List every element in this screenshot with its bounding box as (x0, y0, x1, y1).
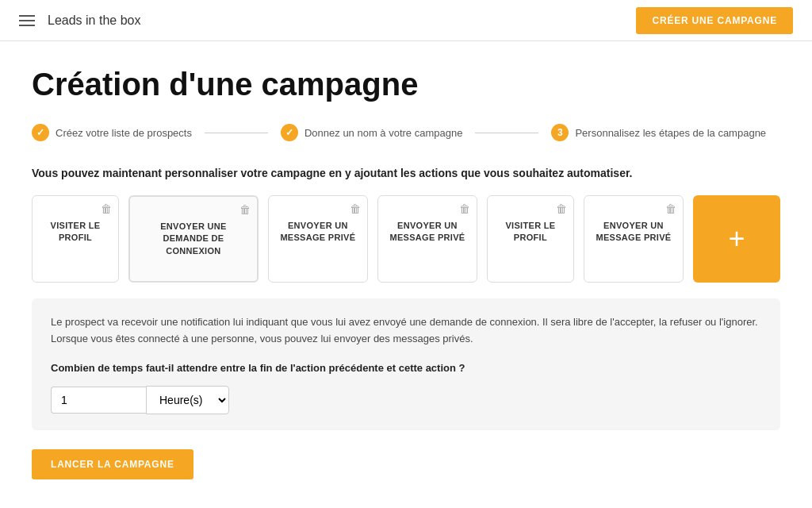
trash-icon-3[interactable]: 🗑 (350, 202, 361, 215)
time-number-input[interactable] (51, 387, 146, 414)
step-2-label: Donnez un nom à votre campagne (304, 127, 462, 139)
step-card-4[interactable]: 🗑 ENVOYER UN MESSAGE PRIVÉ (377, 195, 477, 283)
page-title: Création d'une campagne (32, 67, 780, 102)
step-1-icon (32, 124, 49, 141)
step-card-5-label: VISITER LE PROFIL (497, 220, 564, 244)
create-campaign-button[interactable]: CRÉER UNE CAMPAGNE (636, 7, 793, 34)
step-3-label: Personnalisez les étapes de la campagne (575, 127, 766, 139)
step-card-3[interactable]: 🗑 ENVOYER UN MESSAGE PRIVÉ (268, 195, 368, 283)
add-step-card[interactable]: + (693, 195, 780, 283)
step-1: Créez votre liste de prospects (32, 124, 192, 141)
info-box-text: Le prospect va recevoir une notification… (51, 314, 761, 348)
trash-icon-6[interactable]: 🗑 (665, 202, 676, 215)
trash-icon-5[interactable]: 🗑 (556, 202, 567, 215)
step-card-2-label: ENVOYER UNE DEMANDE DE CONNEXION (140, 221, 247, 257)
campaign-description: Vous pouvez maintenant personnaliser vot… (32, 167, 780, 179)
step-card-6[interactable]: 🗑 ENVOYER UN MESSAGE PRIVÉ (584, 195, 684, 283)
main-content: Création d'une campagne Créez votre list… (0, 41, 812, 505)
step-card-1-label: VISITER LE PROFIL (42, 220, 109, 244)
steps-cards-container: 🗑 VISITER LE PROFIL 🗑 ENVOYER UNE DEMAND… (32, 195, 780, 283)
time-input-row: Heure(s) Jour(s) Minute(s) (51, 386, 761, 414)
step-card-3-label: ENVOYER UN MESSAGE PRIVÉ (278, 220, 358, 244)
step-divider-1 (205, 133, 268, 133)
header-left: Leads in the box (19, 13, 140, 28)
step-3: 3 Personnalisez les étapes de la campagn… (551, 124, 766, 141)
step-card-4-label: ENVOYER UN MESSAGE PRIVÉ (388, 220, 467, 244)
step-card-1[interactable]: 🗑 VISITER LE PROFIL (32, 195, 119, 283)
step-divider-2 (475, 133, 538, 133)
launch-campaign-button[interactable]: LANCER LA CAMPAGNE (32, 449, 193, 479)
step-card-6-label: ENVOYER UN MESSAGE PRIVÉ (594, 220, 673, 244)
info-box-question: Combien de temps faut-il attendre entre … (51, 360, 761, 377)
step-card-2[interactable]: 🗑 ENVOYER UNE DEMANDE DE CONNEXION (128, 195, 259, 283)
stepper: Créez votre liste de prospects Donnez un… (32, 124, 780, 141)
hamburger-icon[interactable] (19, 15, 35, 26)
info-box: Le prospect va recevoir une notification… (32, 298, 780, 430)
step-1-label: Créez votre liste de prospects (56, 127, 192, 139)
step-card-5[interactable]: 🗑 VISITER LE PROFIL (487, 195, 574, 283)
trash-icon-4[interactable]: 🗑 (459, 202, 470, 215)
step-2-icon (281, 124, 298, 141)
header: Leads in the box CRÉER UNE CAMPAGNE (0, 0, 812, 41)
time-unit-select[interactable]: Heure(s) Jour(s) Minute(s) (146, 386, 229, 414)
step-3-icon: 3 (551, 124, 569, 141)
trash-icon-1[interactable]: 🗑 (101, 202, 112, 215)
step-2: Donnez un nom à votre campagne (281, 124, 462, 141)
app-title: Leads in the box (48, 13, 140, 28)
trash-icon-2[interactable]: 🗑 (239, 203, 251, 216)
add-step-icon: + (728, 222, 745, 256)
